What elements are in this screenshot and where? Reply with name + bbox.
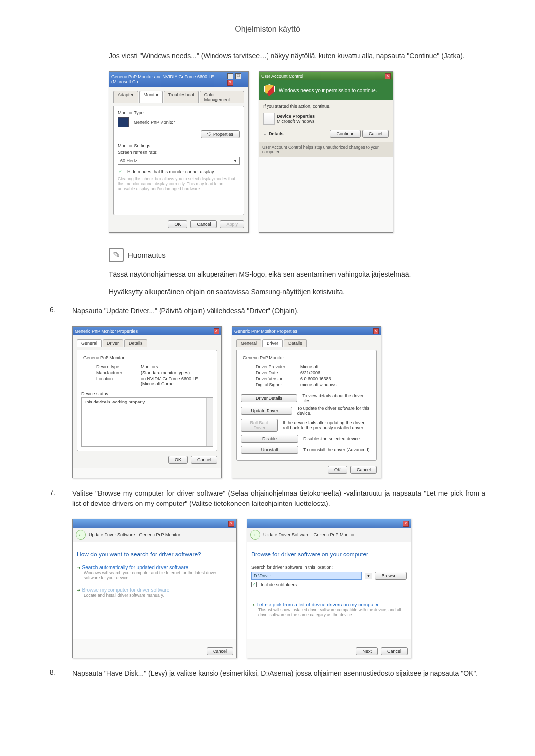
tab-monitor[interactable]: Monitor <box>139 91 163 103</box>
breadcrumb: ← Update Driver Software - Generic PnP M… <box>247 528 411 542</box>
close-icon[interactable]: x <box>228 521 234 527</box>
window-titlebar: User Account Control x <box>259 72 393 80</box>
path-input[interactable]: D:\Driver <box>251 572 362 580</box>
next-button[interactable]: Next <box>356 647 378 655</box>
option-desc: This list will show installed driver sof… <box>258 607 407 617</box>
minimize-icon[interactable]: - <box>227 73 233 79</box>
cancel-button[interactable]: Cancel <box>350 466 377 474</box>
note-paragraph-1: Tässä näytönohjaimessa on alkuperäinen M… <box>109 269 466 280</box>
wizard-heading: How do you want to search for driver sof… <box>77 551 232 558</box>
uac-details-toggle[interactable]: Details <box>269 131 284 136</box>
close-icon[interactable]: x <box>227 80 233 86</box>
back-icon[interactable]: ← <box>250 530 260 540</box>
update-driver-button[interactable]: Update Driver... <box>241 407 292 415</box>
tab-general[interactable]: General <box>236 339 261 347</box>
note-label: Huomautus <box>128 251 166 259</box>
properties-button[interactable]: Properties <box>201 130 240 138</box>
window-titlebar: x <box>73 519 236 528</box>
chevron-down-icon[interactable]: ⌄ <box>263 131 267 136</box>
device-type-label: Device type: <box>96 364 141 369</box>
continue-button[interactable]: Continue <box>330 130 361 138</box>
tab-details[interactable]: Details <box>284 339 307 347</box>
intro-paragraph: Jos viesti "Windows needs..." (Windows t… <box>109 51 466 61</box>
close-icon[interactable]: x <box>214 328 219 334</box>
option-title: Search automatically for updated driver … <box>77 565 232 570</box>
tab-color-management[interactable]: Color Management <box>200 91 244 103</box>
manufacturer-label: Manufacturer: <box>96 370 141 375</box>
tab-driver[interactable]: Driver <box>262 339 283 347</box>
window-title: Generic PnP Monitor Properties <box>75 329 138 334</box>
uninstall-button[interactable]: Uninstall <box>241 446 298 454</box>
include-subfolders-checkbox[interactable] <box>251 582 259 587</box>
roll-back-driver-button[interactable]: Roll Back Driver <box>241 419 278 432</box>
window-title: User Account Control <box>261 74 303 79</box>
cancel-button[interactable]: Cancel <box>207 647 233 655</box>
header-rule <box>50 36 485 36</box>
tab-general[interactable]: General <box>77 339 102 347</box>
chevron-down-icon[interactable]: ▼ <box>365 573 373 579</box>
apply-button[interactable]: Apply <box>220 220 244 228</box>
driver-details-button[interactable]: Driver Details <box>241 394 297 402</box>
ok-button[interactable]: OK <box>168 220 187 228</box>
uac-app-name: Device Properties <box>277 114 315 119</box>
monitor-properties-window: Generic PnP Monitor and NVIDIA GeForce 6… <box>109 71 249 233</box>
include-subfolders-label: Include subfolders <box>261 582 297 587</box>
back-icon[interactable]: ← <box>76 530 86 540</box>
browse-button[interactable]: Browse... <box>375 572 407 580</box>
scrollbar[interactable] <box>206 398 213 446</box>
window-titlebar: x <box>247 519 411 528</box>
close-icon[interactable]: x <box>385 73 391 79</box>
hide-modes-label: Hide modes that this monitor cannot disp… <box>127 169 214 174</box>
close-icon[interactable]: x <box>373 328 379 334</box>
device-name: Generic PnP Monitor <box>243 355 284 360</box>
note-paragraph-2: Hyväksytty alkuperäinen ohjain on saatav… <box>109 287 466 297</box>
uac-window: User Account Control x Windows needs you… <box>259 71 393 233</box>
option-browse-computer[interactable]: Browse my computer for driver software L… <box>77 587 232 598</box>
cancel-button[interactable]: Cancel <box>381 647 408 655</box>
update-driver-desc: To update the driver software for this d… <box>297 406 373 416</box>
window-titlebar: Generic PnP Monitor and NVIDIA GeForce 6… <box>109 72 248 87</box>
breadcrumb-text: Update Driver Software - Generic PnP Mon… <box>89 532 180 537</box>
window-titlebar: Generic PnP Monitor Properties x <box>73 327 221 335</box>
ok-button[interactable]: OK <box>328 466 347 474</box>
cancel-button[interactable]: Cancel <box>362 130 389 138</box>
driver-date-label: Driver Date: <box>256 370 300 375</box>
device-properties-driver-window: Generic PnP Monitor Properties x General… <box>232 326 381 478</box>
step-number: 7. <box>50 488 64 509</box>
device-status-text: This device is working properly. <box>84 400 146 404</box>
driver-date-value: 6/21/2006 <box>300 370 373 375</box>
tab-details[interactable]: Details <box>124 339 147 347</box>
manufacturer-value: (Standard monitor types) <box>141 370 213 375</box>
section-monitor-settings: Monitor Settings <box>118 143 240 148</box>
roll-back-driver-desc: If the device fails after updating the d… <box>283 420 373 430</box>
close-icon[interactable]: x <box>403 521 409 527</box>
location-label: Location: <box>96 376 141 386</box>
device-status-box: This device is working properly. <box>81 397 213 447</box>
option-title: Browse my computer for driver software <box>77 587 232 593</box>
step-number: 8. <box>50 668 64 679</box>
tab-troubleshoot[interactable]: Troubleshoot <box>164 91 199 103</box>
driver-provider-label: Driver Provider: <box>256 364 300 369</box>
option-search-auto[interactable]: Search automatically for updated driver … <box>77 565 232 580</box>
device-properties-general-window: Generic PnP Monitor Properties x General… <box>72 326 222 478</box>
hide-modes-checkbox[interactable] <box>118 169 125 174</box>
monitor-icon <box>118 117 129 127</box>
uac-publisher: Microsoft Windows <box>277 119 315 124</box>
maximize-icon[interactable]: □ <box>235 73 241 79</box>
option-let-me-pick[interactable]: Let me pick from a list of device driver… <box>251 602 407 617</box>
disable-button[interactable]: Disable <box>241 435 298 443</box>
cancel-button[interactable]: Cancel <box>190 220 217 228</box>
disable-desc: Disables the selected device. <box>303 436 361 441</box>
monitor-name: Generic PnP Monitor <box>134 120 175 125</box>
update-driver-wizard-search-window: x ← Update Driver Software - Generic PnP… <box>72 519 237 658</box>
refresh-rate-dropdown[interactable]: 60 Hertz ▼ <box>118 157 240 165</box>
uac-if-started: If you started this action, continue. <box>263 104 389 109</box>
tab-driver[interactable]: Driver <box>103 339 123 347</box>
cancel-button[interactable]: Cancel <box>191 456 217 464</box>
tab-adapter[interactable]: Adapter <box>113 91 138 103</box>
option-desc: Windows will search your computer and th… <box>84 570 232 580</box>
breadcrumb: ← Update Driver Software - Generic PnP M… <box>73 528 236 542</box>
uac-banner-text: Windows needs your permission to continu… <box>279 88 377 93</box>
digital-signer-value: microsoft windows <box>300 382 373 387</box>
ok-button[interactable]: OK <box>168 456 188 464</box>
